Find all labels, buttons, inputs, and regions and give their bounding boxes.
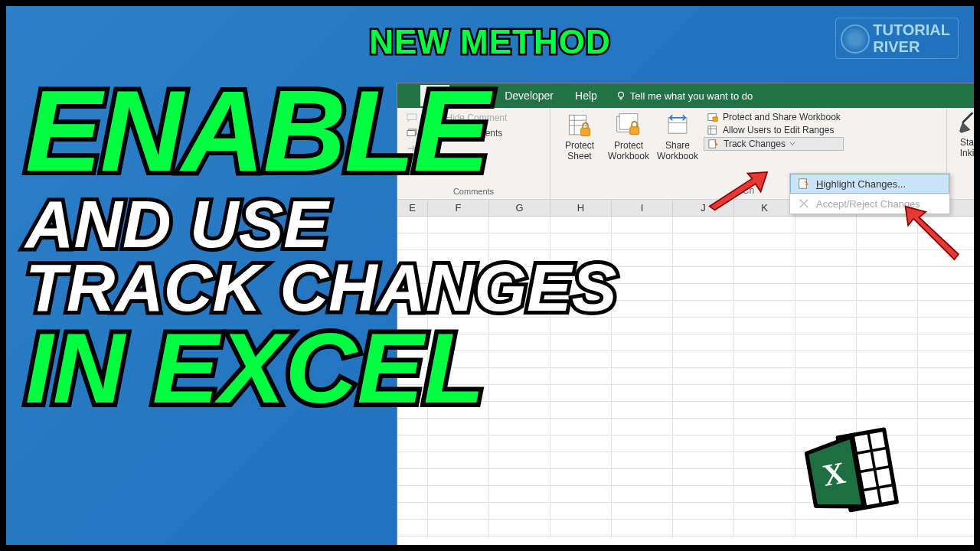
btn-protect-share-workbook[interactable]: Protect and Share Workbook bbox=[704, 111, 844, 123]
btn-share-workbook[interactable]: Share Workbook bbox=[655, 111, 701, 164]
svg-rect-16 bbox=[713, 117, 717, 121]
btn-allow-edit-ranges[interactable]: Allow Users to Edit Ranges bbox=[704, 124, 844, 136]
svg-rect-11 bbox=[630, 127, 639, 135]
red-arrow-left bbox=[701, 167, 770, 213]
share-workbook-icon bbox=[665, 112, 691, 139]
col-head-i[interactable]: I bbox=[612, 200, 673, 216]
watermark-line1: TUTORIAL bbox=[873, 21, 950, 38]
highlight-changes-icon bbox=[798, 178, 810, 190]
menu-highlight-changes[interactable]: HHighlight Changes...ighlight Changes... bbox=[790, 174, 949, 194]
track-changes-icon bbox=[707, 139, 720, 149]
btn-start-inking[interactable]: Sta Inki bbox=[953, 111, 980, 161]
title-and-use: AND USE bbox=[25, 192, 616, 256]
workbook-lock-icon bbox=[616, 112, 642, 139]
red-arrow-right bbox=[893, 205, 962, 266]
excel-logo-icon: X bbox=[789, 414, 913, 538]
edit-ranges-icon bbox=[707, 125, 719, 135]
svg-rect-17 bbox=[708, 126, 717, 135]
group-ink: Sta Inki bbox=[947, 108, 978, 199]
protect-share-icon bbox=[707, 112, 719, 122]
watermark-logo: TUTORIAL RIVER bbox=[835, 18, 959, 59]
title-in-excel: IN EXCEL bbox=[25, 324, 616, 413]
svg-point-0 bbox=[618, 92, 623, 97]
tell-me-search[interactable]: Tell me what you want to do bbox=[616, 90, 753, 102]
title-enable: ENABLE bbox=[25, 83, 616, 181]
tell-me-label: Tell me what you want to do bbox=[630, 90, 753, 102]
btn-track-changes[interactable]: Track Changes bbox=[704, 137, 844, 151]
svg-rect-21 bbox=[799, 179, 807, 188]
title-block: ENABLE AND USE TRACK CHANGES IN EXCEL bbox=[25, 83, 616, 413]
watermark-line2: RIVER bbox=[873, 38, 950, 55]
title-track-changes: TRACK CHANGES bbox=[25, 256, 616, 320]
chevron-down-icon bbox=[789, 142, 795, 146]
accept-reject-icon bbox=[798, 197, 810, 210]
lightbulb-icon bbox=[616, 90, 626, 101]
ink-pen-icon bbox=[956, 112, 978, 135]
badge-new-method: NEW METHOD bbox=[369, 23, 611, 61]
